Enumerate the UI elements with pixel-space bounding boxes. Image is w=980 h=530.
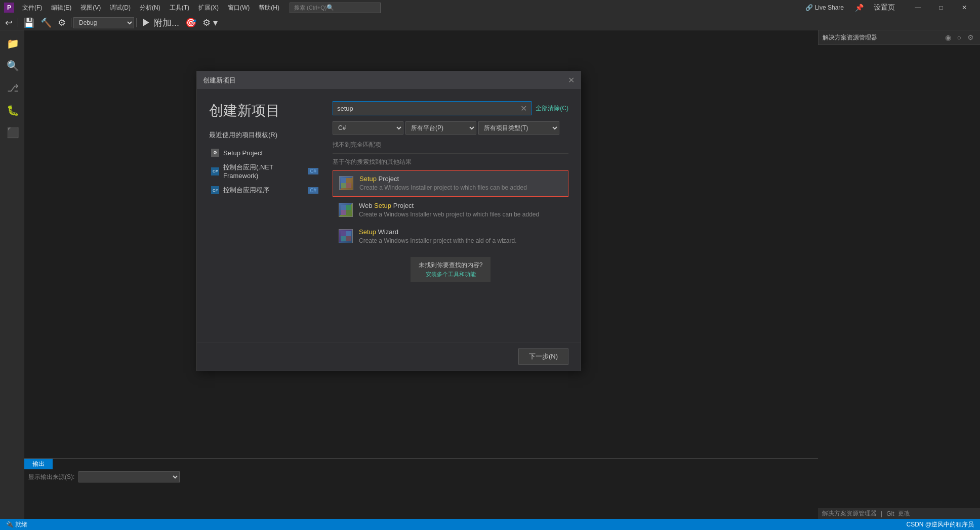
result-wizard-title: Setup Wizard [359, 228, 563, 236]
dialog-titlebar: 创建新项目 ✕ [197, 71, 581, 89]
undo-button[interactable]: ↩ [2, 16, 16, 29]
activity-bar: 📁 🔍 ⎇ 🐛 ⬛ [0, 30, 24, 519]
setup-highlight: Setup [359, 175, 377, 183]
not-found-area: 未找到你要查找的内容? 安装多个工具和功能 [333, 257, 568, 282]
run-button[interactable]: ▶ 附加... [139, 16, 182, 30]
activity-search[interactable]: 🔍 [3, 57, 21, 75]
run-icon[interactable]: 🎯 [182, 16, 199, 29]
pin-icon[interactable]: 📌 [852, 2, 867, 14]
result-setup-wizard[interactable]: Setup Wizard Create a Windows Installer … [333, 224, 568, 249]
se-gear-icon[interactable]: ⚙ [965, 32, 976, 42]
git-tab[interactable]: Git [886, 510, 894, 517]
search-icon: 🔍 [326, 4, 334, 11]
create-project-dialog: 创建新项目 ✕ 创建新项目 最近使用的项目模板(R) ⚙ Setup Proje… [196, 71, 581, 371]
clear-all-link[interactable]: 全部清除(C) [536, 104, 568, 113]
recent-item-console-net[interactable]: C# 控制台应用(.NET Framework) C# [209, 160, 320, 183]
save-all-button[interactable]: 💾 [20, 16, 37, 29]
status-ready: 🔌 就绪 [4, 520, 29, 529]
se-sync-icon[interactable]: ◉ [943, 32, 953, 42]
setup-project-icon-inner [339, 176, 353, 190]
options-button[interactable]: ⚙ ▾ [199, 16, 221, 29]
dialog-right-panel: setup ✕ 全部清除(C) C# VB F# 全部语言 所有平台(P) [333, 101, 568, 330]
recent-templates-label: 最近使用的项目模板(R) [209, 130, 320, 140]
activity-debug[interactable]: 🐛 [3, 101, 21, 119]
menu-file[interactable]: 文件(F) [18, 3, 46, 13]
result-web-icon [338, 202, 354, 218]
next-button[interactable]: 下一步(N) [518, 348, 568, 365]
recent-item-cs-badge-2: C# [308, 187, 318, 194]
activity-extensions[interactable]: ⬛ [3, 123, 21, 142]
live-share-button[interactable]: 🔗 Live Share [801, 3, 848, 12]
wizard-highlight: Setup [359, 228, 376, 236]
menu-edit[interactable]: 编辑(E) [47, 3, 75, 13]
recent-item-console-icon: C# [211, 167, 219, 175]
result-web-setup[interactable]: Web Setup Project Create a Windows Insta… [333, 198, 568, 223]
result-wizard-desc: Create a Windows Installer project with … [359, 237, 563, 245]
git-update-tab[interactable]: 更改 [898, 509, 910, 518]
menu-extensions[interactable]: 扩展(X) [194, 3, 223, 13]
svg-rect-3 [346, 183, 351, 188]
settings-button[interactable]: ⚙ [55, 16, 69, 29]
result-web-desc: Create a Windows Installer web project t… [359, 210, 563, 219]
setup-rest: Project [377, 175, 399, 183]
svg-rect-9 [346, 231, 351, 236]
web-rest: Project [391, 202, 414, 209]
menu-tools[interactable]: 工具(T) [166, 3, 193, 13]
recent-item-cs-badge-1: C# [308, 168, 318, 174]
result-setup-project[interactable]: Setup Project Create a Windows Installer… [333, 170, 568, 197]
settings-label[interactable]: 设置页 [871, 1, 898, 14]
filter-row: C# VB F# 全部语言 所有平台(P) Windows Linux macO… [333, 121, 568, 135]
project-search-box[interactable]: setup ✕ [333, 101, 532, 115]
web-prefix: Web [359, 202, 374, 209]
platform-filter[interactable]: 所有平台(P) Windows Linux macOS [405, 121, 476, 135]
activity-explorer[interactable]: 📁 [3, 34, 21, 53]
recent-item-setup-label: Setup Project [223, 149, 263, 157]
menu-window[interactable]: 窗口(W) [224, 3, 254, 13]
svg-rect-11 [346, 236, 351, 241]
result-web-title: Web Setup Project [359, 202, 563, 209]
se-circle-icon[interactable]: ○ [955, 32, 963, 42]
config-dropdown[interactable]: Debug [73, 17, 134, 28]
not-found-text: 未找到你要查找的内容? [419, 261, 483, 269]
svg-rect-1 [346, 178, 351, 183]
recent-item-console-app-label: 控制台应用程序 [223, 186, 269, 195]
other-results-label: 基于你的搜索找到的其他结果 [333, 153, 568, 166]
language-filter[interactable]: C# VB F# 全部语言 [333, 121, 403, 135]
menu-help[interactable]: 帮助(H) [255, 3, 283, 13]
wizard-rest: Wizard [376, 228, 398, 236]
search-value: setup [337, 105, 353, 112]
maximize-button[interactable]: □ [929, 0, 953, 15]
install-tools-link[interactable]: 安装多个工具和功能 [419, 271, 483, 278]
git-solution-tab[interactable]: 解决方案资源管理器 [822, 509, 877, 518]
toolbar: ↩ 💾 🔨 ⚙ Debug ▶ 附加... 🎯 ⚙ ▾ [0, 15, 980, 30]
dialog-main-heading: 创建新项目 [209, 101, 320, 120]
title-search-text: 搜索 (Ctrl+Q) [294, 4, 326, 12]
title-search-box[interactable]: 搜索 (Ctrl+Q) 🔍 [290, 3, 381, 13]
svg-rect-4 [341, 205, 346, 210]
build-button[interactable]: 🔨 [37, 16, 55, 29]
type-filter[interactable]: 所有项目类型(T) 控制台 Web 库 [478, 121, 559, 135]
close-button[interactable]: ✕ [953, 0, 976, 15]
toolbar-separator-2 [71, 18, 71, 27]
result-setup-desc: Create a Windows Installer project to wh… [359, 184, 563, 192]
live-share-icon: 🔗 [805, 4, 813, 11]
svg-rect-7 [346, 210, 351, 215]
recent-item-setup-icon: ⚙ [211, 149, 219, 157]
web-setup-icon-inner [339, 203, 353, 217]
recent-item-console-label: 控制台应用(.NET Framework) [223, 163, 304, 180]
dialog-body: 创建新项目 最近使用的项目模板(R) ⚙ Setup Project C# 控制… [197, 89, 581, 342]
menu-view[interactable]: 视图(V) [76, 3, 105, 13]
dialog-close-button[interactable]: ✕ [568, 75, 575, 85]
solution-explorer-title: 解决方案资源管理器 [823, 33, 877, 42]
recent-item-setup[interactable]: ⚙ Setup Project [209, 146, 320, 160]
svg-rect-6 [341, 210, 346, 215]
not-found-button[interactable]: 未找到你要查找的内容? 安装多个工具和功能 [411, 257, 491, 282]
recent-item-console-app[interactable]: C# 控制台应用程序 C# [209, 183, 320, 198]
menu-debug[interactable]: 调试(D) [106, 3, 135, 13]
menu-analyze[interactable]: 分析(N) [136, 3, 165, 13]
dialog-overlay: 创建新项目 ✕ 创建新项目 最近使用的项目模板(R) ⚙ Setup Proje… [24, 30, 818, 519]
activity-git[interactable]: ⎇ [3, 79, 21, 97]
minimize-button[interactable]: — [906, 0, 929, 15]
menu-bar: 文件(F) 编辑(E) 视图(V) 调试(D) 分析(N) 工具(T) 扩展(X… [18, 3, 283, 13]
search-clear-icon[interactable]: ✕ [520, 104, 527, 113]
